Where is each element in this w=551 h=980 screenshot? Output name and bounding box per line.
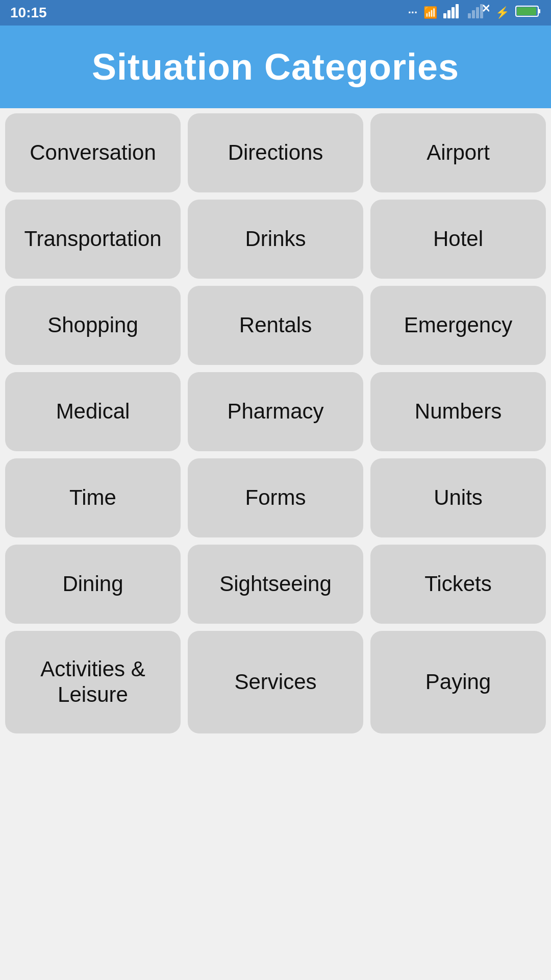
category-button-paying[interactable]: Paying	[370, 631, 546, 733]
category-button-drinks[interactable]: Drinks	[188, 200, 363, 279]
signal-x-icon	[468, 4, 489, 21]
dots-icon: ···	[408, 6, 417, 19]
category-button-dining[interactable]: Dining	[5, 545, 181, 624]
status-icons: ··· 📶 ⚡	[408, 4, 541, 21]
status-time: 10:15	[10, 5, 47, 21]
page-title: Situation Categories	[10, 46, 541, 88]
svg-rect-6	[476, 7, 479, 18]
category-button-forms[interactable]: Forms	[188, 458, 363, 537]
svg-rect-4	[468, 13, 471, 18]
svg-rect-0	[443, 13, 446, 18]
svg-rect-5	[472, 10, 475, 18]
wifi-icon: 📶	[423, 6, 437, 19]
category-button-time[interactable]: Time	[5, 458, 181, 537]
category-button-emergency[interactable]: Emergency	[370, 286, 546, 365]
category-button-numbers[interactable]: Numbers	[370, 372, 546, 451]
category-button-sightseeing[interactable]: Sightseeing	[188, 545, 363, 624]
category-button-airport[interactable]: Airport	[370, 113, 546, 192]
svg-rect-2	[452, 7, 455, 18]
signal-icon	[443, 4, 462, 21]
category-button-rentals[interactable]: Rentals	[188, 286, 363, 365]
svg-rect-12	[517, 7, 536, 15]
category-button-medical[interactable]: Medical	[5, 372, 181, 451]
empty-area	[0, 739, 551, 943]
category-button-pharmacy[interactable]: Pharmacy	[188, 372, 363, 451]
svg-rect-1	[447, 10, 450, 18]
svg-rect-3	[456, 4, 459, 18]
category-button-activities-leisure[interactable]: Activities & Leisure	[5, 631, 181, 733]
category-button-shopping[interactable]: Shopping	[5, 286, 181, 365]
category-button-directions[interactable]: Directions	[188, 113, 363, 192]
category-button-units[interactable]: Units	[370, 458, 546, 537]
category-button-hotel[interactable]: Hotel	[370, 200, 546, 279]
svg-rect-7	[480, 4, 483, 18]
page-header: Situation Categories	[0, 26, 551, 108]
category-button-tickets[interactable]: Tickets	[370, 545, 546, 624]
category-button-services[interactable]: Services	[188, 631, 363, 733]
battery-icon	[515, 5, 541, 21]
category-button-transportation[interactable]: Transportation	[5, 200, 181, 279]
category-button-conversation[interactable]: Conversation	[5, 113, 181, 192]
category-grid: ConversationDirectionsAirportTransportat…	[0, 108, 551, 739]
status-bar: 10:15 ··· 📶 ⚡	[0, 0, 551, 26]
svg-rect-11	[538, 9, 540, 13]
charging-icon: ⚡	[495, 6, 509, 19]
